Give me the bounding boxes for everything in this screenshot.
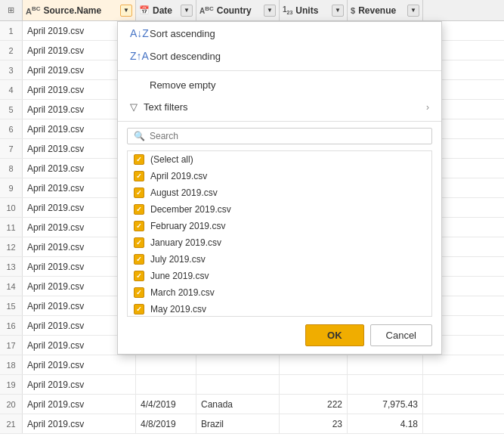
revenue-filter-btn[interactable]: ▼ <box>407 5 419 17</box>
col-header-revenue[interactable]: $ Revenue ▼ <box>348 0 423 20</box>
checkbox-label-4: January 2019.csv <box>150 237 221 248</box>
filter-checkbox-item[interactable]: ✓ February 2019.csv <box>128 218 431 234</box>
table-row: 18 April 2019.csv <box>0 355 504 375</box>
checkbox-label-7: March 2019.csv <box>150 287 215 298</box>
row-number: 3 <box>0 60 23 79</box>
country-type-icon: ABC <box>199 5 214 15</box>
checkbox-0[interactable]: ✓ <box>134 171 144 181</box>
select-all-label: (Select all) <box>150 154 193 165</box>
checkbox-2[interactable]: ✓ <box>134 204 144 215</box>
cell-revenue <box>348 375 423 394</box>
units-filter-btn[interactable]: ▼ <box>332 5 344 17</box>
checkbox-label-0: April 2019.csv <box>150 171 207 181</box>
col-header-units[interactable]: 123 Units ▼ <box>280 0 348 20</box>
row-number: 7 <box>0 139 23 158</box>
checkbox-8[interactable]: ✓ <box>134 304 144 315</box>
remove-empty-label: Remove empty <box>150 79 215 91</box>
sort-descending-item[interactable]: Z↑A Sort descending <box>118 45 441 67</box>
cell-source-name: April 2019.csv <box>23 355 136 374</box>
source-name-type-icon: ABC <box>26 5 41 16</box>
row-number: 17 <box>0 336 23 355</box>
divider-1 <box>118 70 441 71</box>
country-filter-btn[interactable]: ▼ <box>264 5 276 17</box>
cell-country: Canada <box>196 395 280 414</box>
source-name-label: Source.Name <box>44 5 102 16</box>
row-number: 15 <box>0 296 23 315</box>
cell-date: 4/4/2019 <box>136 395 196 414</box>
row-number: 21 <box>0 414 23 433</box>
cell-source-name: April 2019.csv <box>23 375 136 394</box>
row-number: 1 <box>0 21 23 40</box>
source-name-filter-btn[interactable]: ▼ <box>120 5 132 17</box>
checkbox-6[interactable]: ✓ <box>134 271 144 281</box>
date-label: Date <box>153 5 172 16</box>
checkbox-label-6: June 2019.csv <box>150 271 209 281</box>
checkmark-2: ✓ <box>136 206 142 213</box>
sort-ascending-label: Sort ascending <box>150 28 215 39</box>
select-all-item[interactable]: ✓ (Select all) <box>128 151 431 168</box>
ok-button[interactable]: OK <box>305 324 364 346</box>
dropdown-footer: OK Cancel <box>118 317 441 346</box>
checkbox-label-5: July 2019.csv <box>150 254 206 265</box>
cell-country <box>196 375 280 394</box>
checkbox-label-1: August 2019.csv <box>150 187 218 198</box>
cell-source-name: April 2019.csv <box>23 414 136 433</box>
checkmark-7: ✓ <box>136 289 142 296</box>
select-all-checkbox[interactable]: ✓ <box>134 154 144 165</box>
filter-checkbox-item[interactable]: ✓ April 2019.csv <box>128 168 431 184</box>
cancel-button[interactable]: Cancel <box>370 324 432 346</box>
checkbox-7[interactable]: ✓ <box>134 287 144 298</box>
search-box[interactable]: 🔍 <box>127 128 432 144</box>
row-number: 9 <box>0 178 23 197</box>
checkbox-label-2: December 2019.csv <box>150 204 231 215</box>
row-number: 10 <box>0 198 23 217</box>
row-number: 11 <box>0 218 23 237</box>
filter-checkbox-item[interactable]: ✓ December 2019.csv <box>128 201 431 218</box>
filter-checkbox-item[interactable]: ✓ June 2019.csv <box>128 268 431 284</box>
filter-checkbox-item[interactable]: ✓ March 2019.csv <box>128 284 431 301</box>
text-filters-item[interactable]: ▽ Text filters › <box>118 96 441 118</box>
checkmark-4: ✓ <box>136 239 142 246</box>
checkbox-1[interactable]: ✓ <box>134 187 144 198</box>
filter-checkbox-item[interactable]: ✓ July 2019.csv <box>128 251 431 268</box>
checkmark-6: ✓ <box>136 272 142 280</box>
units-type-icon: 123 <box>283 5 292 15</box>
cell-date: 4/8/2019 <box>136 414 196 433</box>
date-filter-btn[interactable]: ▼ <box>181 5 193 17</box>
date-type-icon: 📅 <box>139 5 150 15</box>
row-number: 12 <box>0 237 23 256</box>
units-label: Units <box>295 5 318 16</box>
checkbox-3[interactable]: ✓ <box>134 221 144 231</box>
row-number: 14 <box>0 277 23 296</box>
col-header-date[interactable]: 📅 Date ▼ <box>136 0 196 20</box>
row-number: 13 <box>0 257 23 276</box>
sort-descending-label: Sort descending <box>150 51 221 62</box>
filter-checkbox-item[interactable]: ✓ August 2019.csv <box>128 184 431 201</box>
checkbox-4[interactable]: ✓ <box>134 237 144 248</box>
checkbox-label-8: May 2019.csv <box>150 304 206 315</box>
filter-checkbox-item[interactable]: ✓ May 2019.csv <box>128 301 431 317</box>
cell-units <box>280 375 348 394</box>
cell-units <box>280 355 348 374</box>
filter-dropdown-panel: A↓Z Sort ascending Z↑A Sort descending R… <box>117 21 442 355</box>
checkmark-5: ✓ <box>136 256 142 263</box>
col-header-country[interactable]: ABC Country ▼ <box>196 0 280 20</box>
row-number: 19 <box>0 375 23 394</box>
row-number: 16 <box>0 316 23 335</box>
cell-country: Brazil <box>196 414 280 433</box>
search-input[interactable] <box>150 131 425 141</box>
remove-empty-item[interactable]: Remove empty <box>118 74 441 96</box>
cell-units: 222 <box>280 395 348 414</box>
table-row: 19 April 2019.csv <box>0 375 504 395</box>
cell-source-name: April 2019.csv <box>23 395 136 414</box>
chevron-right-icon: › <box>426 102 429 113</box>
checkmark-1: ✓ <box>136 189 142 197</box>
checkbox-list: ✓ (Select all) ✓ April 2019.csv ✓ August… <box>127 150 432 317</box>
filter-checkbox-item[interactable]: ✓ January 2019.csv <box>128 234 431 251</box>
sort-descending-icon: Z↑A <box>130 50 144 62</box>
checkbox-5[interactable]: ✓ <box>134 254 144 265</box>
sort-ascending-icon: A↓Z <box>130 27 144 39</box>
sort-ascending-item[interactable]: A↓Z Sort ascending <box>118 22 441 45</box>
col-header-source-name[interactable]: ABC Source.Name ▼ <box>23 0 136 20</box>
row-num-header: ⊞ <box>0 0 23 20</box>
